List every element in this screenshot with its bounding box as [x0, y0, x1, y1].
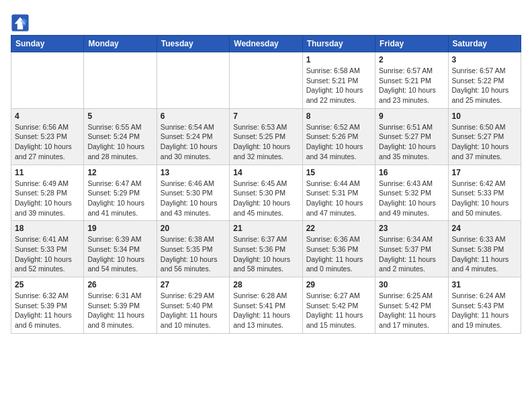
calendar-week-2: 4Sunrise: 6:56 AMSunset: 5:23 PMDaylight… — [11, 108, 521, 165]
calendar-week-4: 18Sunrise: 6:41 AMSunset: 5:33 PMDayligh… — [11, 221, 521, 277]
calendar-cell: 2Sunrise: 6:57 AMSunset: 5:21 PMDaylight… — [375, 52, 448, 109]
day-number: 25 — [15, 280, 80, 289]
day-number: 28 — [233, 280, 298, 289]
calendar-cell: 14Sunrise: 6:45 AMSunset: 5:30 PMDayligh… — [230, 165, 302, 221]
calendar-cell: 12Sunrise: 6:47 AMSunset: 5:29 PMDayligh… — [84, 165, 157, 221]
day-info: Sunrise: 6:58 AMSunset: 5:21 PMDaylight:… — [306, 66, 371, 105]
calendar-cell: 13Sunrise: 6:46 AMSunset: 5:30 PMDayligh… — [157, 165, 229, 221]
calendar-cell: 21Sunrise: 6:37 AMSunset: 5:36 PMDayligh… — [230, 221, 302, 277]
day-info: Sunrise: 6:31 AMSunset: 5:39 PMDaylight:… — [87, 291, 152, 330]
calendar-table: SundayMondayTuesdayWednesdayThursdayFrid… — [11, 35, 521, 334]
day-number: 15 — [306, 168, 371, 177]
day-number: 20 — [161, 224, 226, 233]
calendar-cell: 1Sunrise: 6:58 AMSunset: 5:21 PMDaylight… — [302, 52, 375, 109]
day-number: 23 — [379, 224, 444, 233]
calendar-cell: 28Sunrise: 6:28 AMSunset: 5:41 PMDayligh… — [230, 277, 302, 334]
day-info: Sunrise: 6:24 AMSunset: 5:43 PMDaylight:… — [452, 291, 517, 330]
day-info: Sunrise: 6:54 AMSunset: 5:24 PMDaylight:… — [161, 122, 226, 162]
day-info: Sunrise: 6:45 AMSunset: 5:30 PMDaylight:… — [233, 179, 298, 218]
day-info: Sunrise: 6:43 AMSunset: 5:32 PMDaylight:… — [379, 179, 444, 218]
day-number: 2 — [379, 55, 444, 64]
calendar-cell — [11, 52, 84, 109]
day-info: Sunrise: 6:29 AMSunset: 5:40 PMDaylight:… — [161, 291, 226, 330]
day-number: 11 — [15, 168, 80, 177]
day-number: 12 — [87, 168, 152, 177]
day-info: Sunrise: 6:36 AMSunset: 5:36 PMDaylight:… — [306, 234, 371, 274]
calendar-cell — [84, 52, 157, 109]
day-info: Sunrise: 6:37 AMSunset: 5:36 PMDaylight:… — [233, 234, 298, 274]
day-info: Sunrise: 6:38 AMSunset: 5:35 PMDaylight:… — [161, 234, 226, 274]
day-number: 18 — [15, 224, 80, 233]
day-number: 14 — [233, 168, 298, 177]
calendar-cell: 4Sunrise: 6:56 AMSunset: 5:23 PMDaylight… — [11, 108, 84, 165]
calendar-cell: 5Sunrise: 6:55 AMSunset: 5:24 PMDaylight… — [84, 108, 157, 165]
day-info: Sunrise: 6:33 AMSunset: 5:38 PMDaylight:… — [452, 234, 517, 274]
day-info: Sunrise: 6:42 AMSunset: 5:33 PMDaylight:… — [452, 179, 517, 218]
calendar-cell: 19Sunrise: 6:39 AMSunset: 5:34 PMDayligh… — [84, 221, 157, 277]
calendar-cell: 7Sunrise: 6:53 AMSunset: 5:25 PMDaylight… — [230, 108, 302, 165]
calendar-cell: 9Sunrise: 6:51 AMSunset: 5:27 PMDaylight… — [375, 108, 448, 165]
day-info: Sunrise: 6:49 AMSunset: 5:28 PMDaylight:… — [15, 179, 80, 218]
day-info: Sunrise: 6:53 AMSunset: 5:25 PMDaylight:… — [233, 122, 298, 162]
day-info: Sunrise: 6:41 AMSunset: 5:33 PMDaylight:… — [15, 234, 80, 274]
day-number: 19 — [87, 224, 152, 233]
calendar-cell: 29Sunrise: 6:27 AMSunset: 5:42 PMDayligh… — [302, 277, 375, 334]
day-number: 7 — [233, 111, 298, 121]
day-info: Sunrise: 6:27 AMSunset: 5:42 PMDaylight:… — [306, 291, 371, 330]
day-info: Sunrise: 6:57 AMSunset: 5:21 PMDaylight:… — [379, 66, 444, 105]
day-info: Sunrise: 6:46 AMSunset: 5:30 PMDaylight:… — [161, 179, 226, 218]
day-number: 3 — [452, 55, 517, 64]
calendar-cell: 17Sunrise: 6:42 AMSunset: 5:33 PMDayligh… — [448, 165, 521, 221]
calendar-cell: 27Sunrise: 6:29 AMSunset: 5:40 PMDayligh… — [157, 277, 229, 334]
calendar-cell: 20Sunrise: 6:38 AMSunset: 5:35 PMDayligh… — [157, 221, 229, 277]
day-number: 31 — [452, 280, 517, 289]
day-number: 29 — [306, 280, 371, 289]
calendar-cell: 15Sunrise: 6:44 AMSunset: 5:31 PMDayligh… — [302, 165, 375, 221]
day-number: 4 — [15, 111, 80, 121]
day-info: Sunrise: 6:52 AMSunset: 5:26 PMDaylight:… — [306, 122, 371, 162]
day-number: 27 — [161, 280, 226, 289]
day-number: 8 — [306, 111, 371, 121]
calendar-week-3: 11Sunrise: 6:49 AMSunset: 5:28 PMDayligh… — [11, 165, 521, 221]
calendar-cell: 25Sunrise: 6:32 AMSunset: 5:39 PMDayligh… — [11, 277, 84, 334]
calendar-cell: 24Sunrise: 6:33 AMSunset: 5:38 PMDayligh… — [448, 221, 521, 277]
weekday-header-wednesday: Wednesday — [230, 36, 302, 52]
day-info: Sunrise: 6:32 AMSunset: 5:39 PMDaylight:… — [15, 291, 80, 330]
calendar-cell: 30Sunrise: 6:25 AMSunset: 5:42 PMDayligh… — [375, 277, 448, 334]
day-number: 30 — [379, 280, 444, 289]
weekday-header-sunday: Sunday — [11, 36, 84, 52]
day-info: Sunrise: 6:47 AMSunset: 5:29 PMDaylight:… — [87, 179, 152, 218]
calendar-cell: 22Sunrise: 6:36 AMSunset: 5:36 PMDayligh… — [302, 221, 375, 277]
day-info: Sunrise: 6:39 AMSunset: 5:34 PMDaylight:… — [87, 234, 152, 274]
day-number: 22 — [306, 224, 371, 233]
weekday-header-friday: Friday — [375, 36, 448, 52]
calendar-cell: 8Sunrise: 6:52 AMSunset: 5:26 PMDaylight… — [302, 108, 375, 165]
day-number: 1 — [306, 55, 371, 64]
calendar-cell: 26Sunrise: 6:31 AMSunset: 5:39 PMDayligh… — [84, 277, 157, 334]
calendar-cell: 10Sunrise: 6:50 AMSunset: 5:27 PMDayligh… — [448, 108, 521, 165]
calendar-cell: 16Sunrise: 6:43 AMSunset: 5:32 PMDayligh… — [375, 165, 448, 221]
calendar-cell: 23Sunrise: 6:34 AMSunset: 5:37 PMDayligh… — [375, 221, 448, 277]
calendar-cell — [230, 52, 302, 109]
day-number: 21 — [233, 224, 298, 233]
day-info: Sunrise: 6:51 AMSunset: 5:27 PMDaylight:… — [379, 122, 444, 162]
calendar-cell: 18Sunrise: 6:41 AMSunset: 5:33 PMDayligh… — [11, 221, 84, 277]
day-number: 5 — [87, 111, 152, 121]
weekday-header-row: SundayMondayTuesdayWednesdayThursdayFrid… — [11, 36, 521, 52]
day-number: 9 — [379, 111, 444, 121]
day-number: 17 — [452, 168, 517, 177]
day-info: Sunrise: 6:56 AMSunset: 5:23 PMDaylight:… — [15, 122, 80, 162]
day-number: 13 — [161, 168, 226, 177]
day-info: Sunrise: 6:44 AMSunset: 5:31 PMDaylight:… — [306, 179, 371, 218]
weekday-header-thursday: Thursday — [302, 36, 375, 52]
calendar-week-1: 1Sunrise: 6:58 AMSunset: 5:21 PMDaylight… — [11, 52, 521, 109]
calendar-cell: 31Sunrise: 6:24 AMSunset: 5:43 PMDayligh… — [448, 277, 521, 334]
day-number: 6 — [161, 111, 226, 121]
day-number: 16 — [379, 168, 444, 177]
day-info: Sunrise: 6:55 AMSunset: 5:24 PMDaylight:… — [87, 122, 152, 162]
weekday-header-saturday: Saturday — [448, 36, 521, 52]
logo — [11, 13, 31, 32]
calendar-week-5: 25Sunrise: 6:32 AMSunset: 5:39 PMDayligh… — [11, 277, 521, 334]
header — [11, 11, 521, 32]
day-info: Sunrise: 6:57 AMSunset: 5:22 PMDaylight:… — [452, 66, 517, 105]
